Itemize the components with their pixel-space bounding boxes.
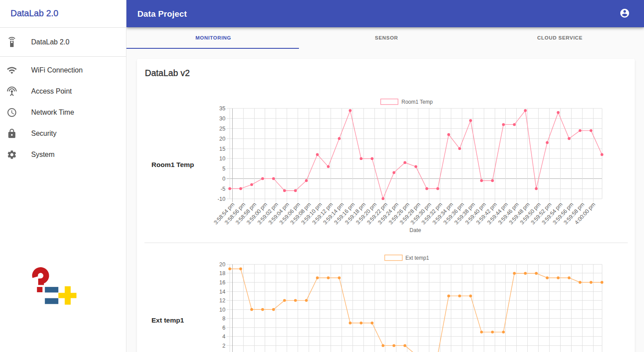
svg-text:20: 20 — [219, 261, 226, 268]
svg-text:8: 8 — [223, 316, 226, 322]
svg-text:5: 5 — [223, 166, 226, 172]
svg-text:12: 12 — [219, 298, 226, 304]
svg-text:0: 0 — [223, 176, 226, 182]
svg-text:14: 14 — [219, 289, 226, 295]
svg-text:-10: -10 — [217, 196, 225, 202]
svg-text:25: 25 — [219, 126, 226, 132]
svg-text:6: 6 — [223, 325, 226, 331]
svg-text:Date: Date — [410, 227, 421, 233]
svg-text:15: 15 — [219, 146, 226, 152]
svg-text:Room1 Temp: Room1 Temp — [402, 99, 433, 105]
svg-text:2: 2 — [223, 343, 226, 349]
svg-text:35: 35 — [219, 105, 226, 112]
svg-text:10: 10 — [219, 156, 226, 162]
svg-text:Ext temp1: Ext temp1 — [406, 255, 429, 261]
svg-text:30: 30 — [219, 116, 226, 122]
svg-text:4: 4 — [223, 334, 226, 340]
svg-text:-5: -5 — [220, 186, 225, 192]
svg-text:10: 10 — [219, 307, 226, 313]
svg-text:20: 20 — [219, 136, 226, 142]
svg-text:16: 16 — [219, 279, 226, 286]
svg-text:18: 18 — [219, 270, 226, 276]
